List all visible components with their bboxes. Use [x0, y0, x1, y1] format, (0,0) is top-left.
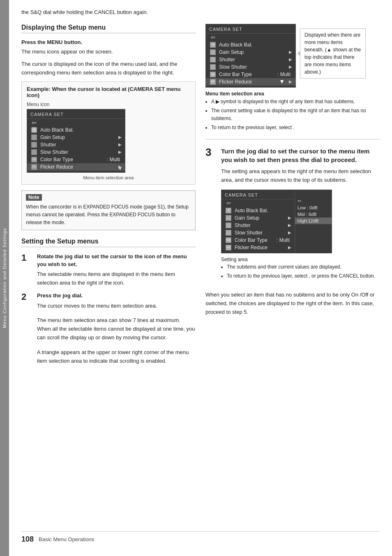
menu-row-autoblack: ☀ Auto Black Bal. [27, 126, 125, 134]
grid-icon [30, 134, 38, 140]
menu-header-left: CAMERA SET [27, 111, 125, 119]
step3-row: 3 Turn the jog dial to set the cursor to… [205, 147, 380, 284]
camera-menu-left: CAMERA SET ⇦ ☀ Auto Black Bal. [27, 109, 125, 173]
bullet-2: The current setting value is displayed t… [211, 107, 380, 123]
step2-body3: A triangle appears at the upper or lower… [37, 348, 196, 366]
camera-menu-right-top: CAMERA SET ⇦ ☀ Auto Black Bal. [205, 24, 296, 88]
note-title: Note [26, 194, 42, 201]
step2-body1: The cursor moves to the menu item select… [37, 302, 196, 310]
step3-title: Turn the jog dial to set the cursor to t… [221, 147, 380, 164]
bottom-grid-icon [225, 215, 232, 221]
right-menu-row-slow: Slow Shutter ▶ [206, 63, 295, 71]
right-menu-wrapper: CAMERA SET ⇦ ☀ Auto Black Bal. [205, 24, 380, 88]
page-number: 108 [21, 535, 34, 544]
right-lines-icon [209, 64, 217, 70]
bottom-sun-icon: ☀ [225, 208, 232, 213]
step1-body: The selectable menu items are displayed … [37, 270, 196, 287]
step-container: 1 Rotate the jog dial to set the cursor … [21, 253, 196, 365]
right-menu-row-shutter: Shutter ▶ [206, 56, 295, 63]
step1-num: 1 [21, 253, 34, 263]
right-grid-icon [209, 49, 217, 55]
bottom-back-icon: ⇦ [225, 200, 232, 206]
right-sun-icon: ☀ [209, 42, 217, 48]
step2-row: 2 Press the jog dial. The cursor moves t… [21, 292, 196, 365]
section-setting-title: Setting the Setup menus [21, 238, 196, 247]
callout-text: Displayed when there are more menu items… [304, 32, 361, 75]
bottom-row-gain: Gain Setup ▶ [221, 214, 295, 222]
step2-content: Press the jog dial. The cursor moves to … [37, 292, 196, 365]
right-menu-row-flicker: FR Flicker Reduce ▶ ▼ [206, 78, 295, 86]
step1-row: 1 Rotate the jog dial to set the cursor … [21, 253, 196, 287]
page-footer: 108 Basic Menu Operations [21, 531, 380, 544]
bottom-lines-icon [225, 230, 232, 236]
camera-menu-bottom: CAMERA SET ⇦ ☀ Auto Black Bal. [221, 190, 295, 253]
bottom-row-autoblack: ☀ Auto Black Bal. [221, 207, 295, 214]
right-back-icon: ⇦ [209, 35, 217, 40]
film-icon [30, 142, 38, 148]
bottom-row-flicker: FR Flicker Reduce ▶ [221, 244, 295, 251]
page-label: Basic Menu Operations [39, 536, 94, 542]
menu-header-right-top: CAMERA SET [206, 26, 295, 34]
example-title: Example: When the cursor is located at (… [27, 86, 190, 98]
menu-icon-label: Menu icon [27, 102, 190, 107]
step1-title: Rotate the jog dial to set the cursor to… [37, 253, 196, 268]
bullet-1: A ▶ symbol is displayed to the right of … [211, 98, 380, 106]
setting-bullet-1: The subitems and their current values ar… [227, 263, 380, 271]
setting-area-box: ⇦ Low : 0dB Mid : 6dB High:12dB [295, 190, 332, 253]
step2-title: Press the jog dial. [37, 292, 196, 299]
bottom-row-slow: Slow Shutter ▶ [221, 229, 295, 236]
right-menu-row-colorbar: DB Color Bar Type : Multi [206, 71, 295, 78]
menu-item-area-label: Menu item selection area [205, 91, 380, 97]
divider [205, 139, 380, 139]
menu-row-slowshutter: Slow Shutter ▶ [27, 148, 125, 156]
setting-row-back: ⇦ [295, 197, 332, 204]
step2-body2: The menu item selection area can show 7 … [37, 316, 196, 342]
final-text: When you select an item that has no subi… [205, 291, 380, 316]
right-col: CAMERA SET ⇦ ☀ Auto Black Bal. [205, 24, 380, 372]
callout-box: Displayed when there are more menu items… [300, 28, 366, 79]
setting-row-low: Low : 0dB [295, 204, 332, 211]
setting-bullet-2: To return to the previous layer, select … [227, 272, 380, 280]
menu-row-gainsetup: Gain Setup ▶ [27, 134, 125, 141]
example-title-text: Example: When the cursor is located at (… [27, 86, 180, 98]
sidebar-text: Menu Configuration and Detailed Settings [2, 228, 7, 328]
bottom-flicker-icon: FR [225, 245, 232, 250]
right-flicker-icon: FR [209, 79, 217, 85]
bottom-row-back: ⇦ [221, 199, 295, 207]
setting-row-mid: Mid : 6dB [295, 211, 332, 218]
bottom-film-icon [225, 222, 232, 228]
page-container: Menu Configuration and Detailed Settings… [0, 0, 392, 556]
right-film-icon [209, 57, 217, 63]
press-menu-body: The menu icons appear on the screen. [21, 48, 196, 56]
right-db-icon: DB [209, 72, 217, 77]
setting-row-high: High:12dB [295, 218, 332, 224]
intro-text: the S&Q dial while holding the CANCEL bu… [21, 8, 380, 16]
setting-bullets: The subitems and their current values ar… [221, 263, 380, 280]
right-menu-row-gain: Gain Setup ▶ [206, 49, 295, 56]
step3-content: Turn the jog dial to set the cursor to t… [221, 147, 380, 284]
step3-num: 3 [205, 147, 218, 158]
step3-body: The setting area appears to the right of… [221, 167, 380, 185]
flicker-icon: FR [30, 164, 38, 170]
sun-icon: ☀ [30, 127, 38, 133]
menu-caption-left: Menu item selection area [27, 175, 190, 180]
right-menu-row-back: ⇦ [206, 34, 295, 41]
sidebar-label: Menu Configuration and Detailed Settings [0, 0, 9, 556]
main-content: the S&Q dial while holding the CANCEL bu… [9, 0, 392, 556]
left-col: Displaying the Setup menu Press the MENU… [21, 24, 196, 372]
right-menu-row-autoblack: ☀ Auto Black Bal. [206, 41, 295, 49]
cursor-body: The cursor is displayed on the icon of t… [21, 60, 196, 77]
db-icon: DB [30, 157, 38, 162]
two-col-layout: Displaying the Setup menu Press the MENU… [21, 24, 380, 372]
step2-num: 2 [21, 292, 34, 302]
menu-row-shutter: Shutter ▶ [27, 141, 125, 148]
section-displaying-title: Displaying the Setup menu [21, 24, 196, 33]
press-menu-title: Press the MENU button. [21, 39, 196, 45]
setting-area-label: Setting area [221, 257, 380, 262]
bullet-3: To return to the previous layer, select … [211, 124, 380, 132]
lines-icon [30, 149, 38, 155]
bottom-row-shutter: Shutter ▶ [221, 222, 295, 229]
menu-row-flicker: FR Flicker Reduce ▶ ▼ [27, 163, 125, 171]
back-icon: ⇦ [30, 120, 38, 125]
example-box: Example: When the cursor is located at (… [21, 81, 196, 185]
